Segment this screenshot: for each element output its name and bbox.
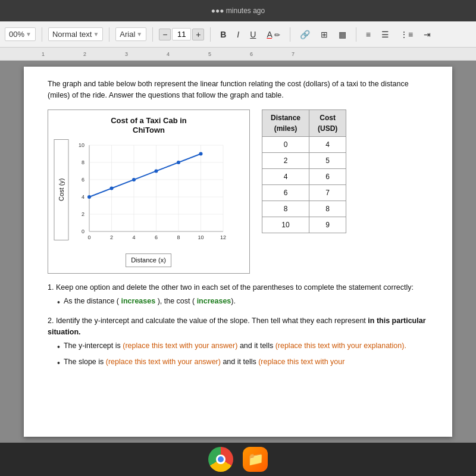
- table-row: 0 4: [262, 136, 346, 152]
- table-button[interactable]: ▦: [335, 27, 350, 42]
- style-dropdown[interactable]: Normal text ▼: [48, 27, 103, 41]
- align-button[interactable]: ≡: [362, 27, 374, 42]
- svg-text:10: 10: [78, 142, 84, 148]
- question-1-block: 1. Keep one option and delete the other …: [48, 282, 428, 309]
- font-size-minus[interactable]: −: [159, 29, 171, 40]
- q2-b2-orange2: (replace this text with your: [258, 358, 345, 366]
- sep1: [42, 27, 42, 42]
- font-dropdown[interactable]: Arial ▼: [115, 27, 146, 41]
- style-label: Normal text: [52, 30, 92, 39]
- svg-text:12: 12: [220, 234, 226, 240]
- files-icon[interactable]: 📁: [243, 447, 268, 472]
- svg-text:6: 6: [81, 177, 84, 183]
- toolbar: 00% ▼ Normal text ▼ Arial ▼ − + B I U A …: [0, 21, 476, 48]
- color-button[interactable]: A ✏: [263, 27, 283, 42]
- q2-bold: in this particular situation.: [48, 317, 426, 336]
- italic-button[interactable]: I: [233, 27, 243, 42]
- doc-page: The graph and table below both represent…: [24, 67, 452, 437]
- link-button[interactable]: 🔗: [296, 27, 314, 42]
- font-chevron: ▼: [136, 31, 142, 37]
- font-size-plus[interactable]: +: [192, 29, 204, 40]
- q2-b2-orange1: (replace this text with your answer): [106, 358, 221, 366]
- cost-val: 5: [309, 152, 346, 168]
- distance-val: 4: [262, 168, 309, 184]
- q2-bullet1: • The y-intercept is (replace this text …: [57, 340, 428, 354]
- svg-point-32: [154, 170, 158, 173]
- more-button[interactable]: ⋮≡: [396, 27, 416, 42]
- ruler-mark-4: 4: [167, 51, 170, 57]
- top-bar: ●●● minutes ago: [0, 0, 476, 21]
- table-row: 4 6: [262, 168, 346, 184]
- svg-text:6: 6: [154, 234, 157, 240]
- image-button[interactable]: ⊞: [317, 27, 331, 42]
- q1-bullet-mid: ), the cost (: [155, 297, 196, 305]
- q1-increases-2: increases: [197, 297, 231, 305]
- svg-text:4: 4: [81, 194, 84, 200]
- svg-point-30: [109, 187, 113, 190]
- bottom-bar: 📁: [0, 443, 476, 476]
- svg-point-34: [199, 152, 202, 156]
- distance-val: 0: [262, 136, 309, 152]
- top-bar-text: ●●● minutes ago: [211, 7, 265, 15]
- sep2: [109, 27, 109, 42]
- ruler-mark-3: 3: [125, 51, 128, 57]
- sep3: [152, 27, 153, 42]
- col-distance-header: Distance(miles): [262, 109, 309, 136]
- table-row: 10 9: [262, 217, 346, 233]
- ruler-mark-5: 5: [208, 51, 211, 57]
- font-size-input[interactable]: [172, 28, 191, 40]
- data-table: Distance(miles) Cost(USD) 0 4 2 5: [262, 109, 346, 233]
- table-row: 2 5: [262, 152, 346, 168]
- y-axis-label: Cost (y): [54, 139, 69, 240]
- q2-b2-start: The slope is: [64, 358, 106, 366]
- chart-container: Cost of a Taxi Cab in ChiTown Cost (y): [48, 109, 250, 274]
- svg-text:8: 8: [81, 159, 84, 165]
- color-pencil-icon: ✏: [274, 31, 280, 39]
- sep4: [210, 27, 211, 42]
- svg-text:0: 0: [87, 234, 90, 240]
- chart-title: Cost of a Taxi Cab in ChiTown: [54, 116, 243, 136]
- cost-val: 4: [309, 136, 346, 152]
- data-table-container: Distance(miles) Cost(USD) 0 4 2 5: [262, 109, 346, 233]
- svg-point-33: [177, 161, 180, 164]
- zoom-dropdown[interactable]: 00% ▼: [5, 27, 36, 41]
- svg-line-28: [89, 154, 201, 198]
- chrome-icon[interactable]: [208, 447, 233, 472]
- cost-val: 8: [309, 201, 346, 217]
- cost-val: 7: [309, 184, 346, 201]
- q1-bullet-end: ).: [231, 297, 236, 305]
- q2-b1-orange2: (replace this text with your explanation…: [275, 342, 406, 350]
- q2-bullet2: • The slope is (replace this text with y…: [57, 356, 428, 370]
- svg-text:0: 0: [81, 228, 84, 234]
- q1-label: 1. Keep one option and delete the other …: [48, 282, 428, 293]
- svg-point-31: [132, 178, 136, 181]
- q2-b1-mid: and it tells: [240, 342, 275, 350]
- ruler-mark-2: 2: [83, 51, 86, 57]
- font-label: Arial: [120, 30, 135, 39]
- svg-text:10: 10: [198, 234, 203, 240]
- underline-button[interactable]: U: [246, 27, 259, 42]
- ruler: 1 2 3 4 5 6 7: [0, 48, 476, 61]
- ruler-mark-1: 1: [42, 51, 45, 57]
- question-2-block: 2. Identify the y-intercept and calculat…: [48, 315, 428, 370]
- q1-bullet: • As the distance ( increases ), the cos…: [57, 296, 428, 309]
- q2-b1-start: The y-intercept is: [64, 342, 123, 350]
- zoom-label: 00%: [9, 30, 24, 39]
- x-axis-label: Distance (x): [126, 253, 171, 267]
- bullet-dot-3: •: [57, 357, 60, 370]
- q2-b1-orange1: (replace this text with your answer): [123, 342, 237, 350]
- style-chevron: ▼: [93, 31, 99, 37]
- chart-table-row: Cost of a Taxi Cab in ChiTown Cost (y): [48, 109, 428, 274]
- chrome-center: [216, 455, 226, 464]
- col-cost-header: Cost(USD): [309, 109, 346, 136]
- ruler-mark-7: 7: [292, 51, 295, 57]
- svg-text:2: 2: [81, 211, 84, 217]
- intro-text: The graph and table below both represent…: [48, 79, 428, 101]
- q1-increases-1: increases: [121, 297, 155, 305]
- distance-val: 6: [262, 184, 309, 201]
- bold-button[interactable]: B: [217, 27, 230, 42]
- cost-val: 9: [309, 217, 346, 233]
- indent-button[interactable]: ⇥: [420, 27, 434, 42]
- list-button[interactable]: ☰: [378, 27, 393, 42]
- svg-point-29: [87, 195, 91, 199]
